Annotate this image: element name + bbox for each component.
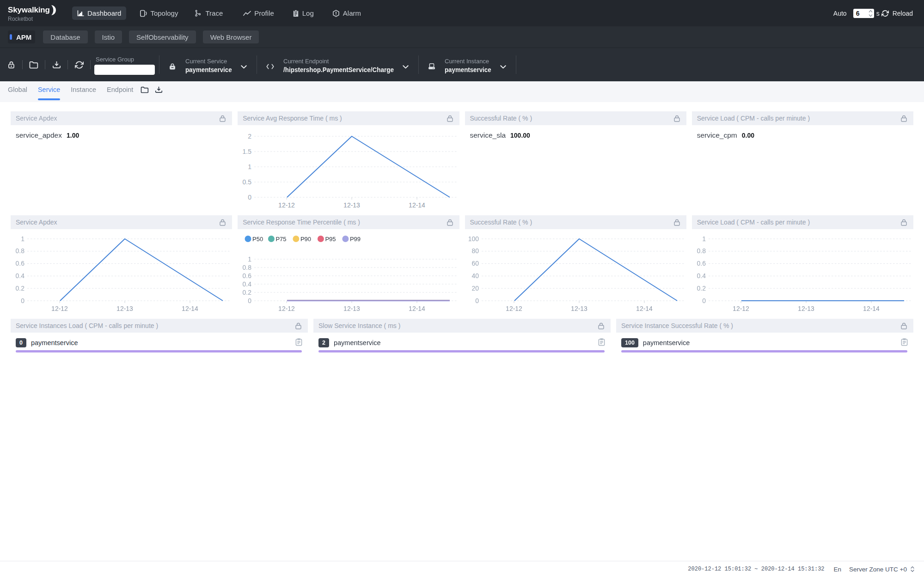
main-nav: DashboardTopologyTraceProfileLogAlarm xyxy=(72,0,361,26)
svg-text:P99: P99 xyxy=(350,236,361,243)
logo-title: Skywalking xyxy=(8,5,50,16)
instance-icon xyxy=(428,63,435,70)
instance-value-badge: 0 xyxy=(16,338,26,347)
group-istio[interactable]: Istio xyxy=(95,30,122,43)
instance-list-item[interactable]: 2paymentservice xyxy=(318,338,605,348)
svg-text:0.8: 0.8 xyxy=(16,247,25,255)
panel-header: Service Load ( CPM - calls per minute ) xyxy=(692,215,913,229)
line-chart[interactable]: 00.20.40.60.8112-1212-1312-14P50P75P90P9… xyxy=(238,229,459,314)
current-endpoint-selector[interactable]: Current Endpoint /hipstershop.PaymentSer… xyxy=(257,56,418,73)
refresh-icon[interactable] xyxy=(68,58,90,72)
svg-text:0.4: 0.4 xyxy=(697,272,706,279)
current-instance-selector[interactable]: Current Instance paymentservice xyxy=(419,56,516,73)
panel-title: Service Load ( CPM - calls per minute ) xyxy=(697,115,810,122)
line-chart[interactable]: 00.20.40.60.8112-1212-1312-14 xyxy=(11,229,232,314)
download-icon[interactable] xyxy=(152,83,166,97)
svg-text:1: 1 xyxy=(702,235,706,243)
group-database[interactable]: Database xyxy=(43,30,87,43)
lock-icon[interactable] xyxy=(674,219,680,226)
current-service-selector[interactable]: Current Service paymentservice xyxy=(159,56,257,73)
lock-icon[interactable] xyxy=(901,322,907,329)
footer: 2020-12-12 15:01:32 ~ 2020-12-14 15:31:3… xyxy=(0,561,924,577)
lock-icon[interactable] xyxy=(598,322,604,329)
svg-text:0.2: 0.2 xyxy=(697,285,706,292)
nav-dashboard[interactable]: Dashboard xyxy=(72,6,126,20)
nav-profile[interactable]: Profile xyxy=(243,6,274,20)
svg-text:12-14: 12-14 xyxy=(182,305,198,312)
nav-trace[interactable]: Trace xyxy=(195,6,223,20)
group-apm[interactable]: APM xyxy=(8,30,35,43)
lock-icon[interactable] xyxy=(220,115,226,122)
nav-topology[interactable]: Topology xyxy=(140,6,178,20)
lock-icon[interactable] xyxy=(295,322,301,329)
panel-body: service_cpm0.00 xyxy=(692,125,913,210)
line-chart[interactable]: 00.511.5212-1212-1312-14 xyxy=(238,125,459,210)
svg-text:12-14: 12-14 xyxy=(636,305,653,312)
svg-text:0.5: 0.5 xyxy=(243,178,252,186)
folder-icon[interactable] xyxy=(137,83,152,97)
code-icon xyxy=(266,64,274,69)
instance-value-badge: 2 xyxy=(318,338,329,347)
auto-input-spinner[interactable] xyxy=(869,9,873,18)
auto-interval-input[interactable]: 6 xyxy=(853,9,874,18)
lock-icon[interactable] xyxy=(447,115,453,122)
panel-row-3: Service Instances Load ( CPM - calls per… xyxy=(11,319,913,359)
panel-title: Service Apdex xyxy=(16,219,57,226)
download-icon[interactable] xyxy=(45,58,67,72)
line-chart[interactable]: 02040608010012-1212-1312-14 xyxy=(465,229,686,314)
tab-instance[interactable]: Instance xyxy=(71,81,96,102)
folder-icon[interactable] xyxy=(23,58,45,72)
svg-text:0.6: 0.6 xyxy=(243,272,252,279)
reload-icon[interactable] xyxy=(881,10,889,17)
svg-text:20: 20 xyxy=(471,285,479,292)
group-selfobservability[interactable]: SelfObservability xyxy=(129,30,196,43)
panel-body: 00.20.40.60.8112-1212-1312-14 xyxy=(11,229,232,314)
zone-spinner[interactable] xyxy=(911,566,914,572)
language-switch[interactable]: En xyxy=(834,566,842,573)
svg-text:0.8: 0.8 xyxy=(243,264,252,271)
lock-icon[interactable] xyxy=(674,115,680,122)
panel-body: 100paymentservice xyxy=(616,333,913,359)
reload-label[interactable]: Reload xyxy=(893,10,913,17)
lock-icon[interactable] xyxy=(220,219,226,226)
profile-icon xyxy=(243,11,251,16)
svg-text:0.2: 0.2 xyxy=(243,289,252,296)
instance-list-item[interactable]: 0paymentservice xyxy=(16,338,302,348)
lock-icon[interactable] xyxy=(0,58,22,72)
panel-header: Service Instances Load ( CPM - calls per… xyxy=(11,319,308,333)
lock-icon[interactable] xyxy=(447,219,453,226)
nav-alarm[interactable]: Alarm xyxy=(332,6,361,20)
chevron-down-icon xyxy=(241,65,247,69)
copy-icon[interactable] xyxy=(598,338,605,346)
selector-value: /hipstershop.PaymentService/Charge xyxy=(283,66,390,73)
service-group-input[interactable] xyxy=(94,65,155,75)
copy-icon[interactable] xyxy=(901,338,908,346)
tab-global[interactable]: Global xyxy=(8,81,27,102)
lock-icon[interactable] xyxy=(901,219,907,226)
svg-text:0: 0 xyxy=(475,297,479,304)
selector-label: Current Endpoint xyxy=(283,58,394,65)
tab-service[interactable]: Service xyxy=(38,81,60,102)
svg-text:0.2: 0.2 xyxy=(16,285,25,292)
line-chart[interactable]: 00.20.40.60.8112-1212-1312-14 xyxy=(692,229,913,314)
instance-load-bar xyxy=(318,350,605,352)
copy-icon[interactable] xyxy=(295,338,302,346)
group-web-browser[interactable]: Web Browser xyxy=(203,30,259,43)
metric-value: 100.00 xyxy=(510,132,530,139)
panel-title: Service Apdex xyxy=(16,115,57,122)
panel-title: Service Avg Response Time ( ms ) xyxy=(243,115,342,122)
nav-log[interactable]: Log xyxy=(293,6,314,20)
instance-name: paymentservice xyxy=(643,339,690,346)
tab-endpoint[interactable]: Endpoint xyxy=(107,81,133,102)
lock-icon[interactable] xyxy=(901,115,907,122)
server-zone[interactable]: Server Zone UTC +0 xyxy=(849,566,907,573)
alarm-icon xyxy=(332,10,340,17)
time-range[interactable]: 2020-12-12 15:01:32 ~ 2020-12-14 15:31:3… xyxy=(688,566,824,572)
instance-list-item[interactable]: 100paymentservice xyxy=(621,338,908,348)
svg-text:0.4: 0.4 xyxy=(243,280,252,288)
auto-value: 6 xyxy=(856,10,860,17)
panel-service-response-time-percentile-ms: Service Response Time Percentile ( ms )0… xyxy=(238,215,459,314)
auto-label: Auto xyxy=(833,10,847,17)
chevron-down-icon xyxy=(500,65,506,69)
toolbar: Service Group Current Service paymentser… xyxy=(0,48,924,81)
